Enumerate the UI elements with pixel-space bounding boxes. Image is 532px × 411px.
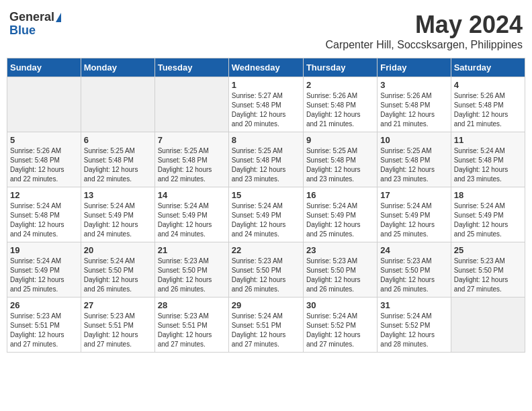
calendar-cell: 6Sunrise: 5:25 AM Sunset: 5:48 PM Daylig… [81, 132, 154, 187]
header-cell-friday: Friday [378, 58, 451, 77]
day-number: 1 [232, 80, 300, 90]
day-info: Sunrise: 5:24 AM Sunset: 5:52 PM Dayligh… [380, 312, 447, 349]
day-number: 20 [84, 245, 152, 255]
header-cell-sunday: Sunday [7, 58, 81, 77]
header-row: SundayMondayTuesdayWednesdayThursdayFrid… [7, 58, 525, 77]
calendar-cell: 7Sunrise: 5:25 AM Sunset: 5:48 PM Daylig… [154, 132, 228, 187]
calendar-cell: 1Sunrise: 5:27 AM Sunset: 5:48 PM Daylig… [228, 77, 303, 132]
day-info: Sunrise: 5:24 AM Sunset: 5:49 PM Dayligh… [232, 201, 300, 239]
day-info: Sunrise: 5:24 AM Sunset: 5:52 PM Dayligh… [306, 312, 374, 349]
calendar-cell: 22Sunrise: 5:23 AM Sunset: 5:50 PM Dayli… [228, 242, 303, 298]
calendar-week-5: 26Sunrise: 5:23 AM Sunset: 5:51 PM Dayli… [7, 298, 525, 353]
day-info: Sunrise: 5:24 AM Sunset: 5:48 PM Dayligh… [10, 201, 78, 239]
header-cell-thursday: Thursday [303, 58, 377, 77]
day-info: Sunrise: 5:24 AM Sunset: 5:49 PM Dayligh… [306, 201, 374, 239]
day-info: Sunrise: 5:24 AM Sunset: 5:48 PM Dayligh… [454, 146, 522, 184]
calendar-cell: 21Sunrise: 5:23 AM Sunset: 5:50 PM Dayli… [154, 242, 228, 298]
calendar-cell [154, 77, 228, 132]
header-cell-wednesday: Wednesday [228, 58, 303, 77]
day-number: 18 [454, 190, 522, 200]
day-info: Sunrise: 5:26 AM Sunset: 5:48 PM Dayligh… [306, 91, 374, 129]
day-number: 4 [454, 80, 522, 90]
day-number: 29 [232, 300, 300, 310]
month-title: May 2024 [326, 11, 523, 39]
calendar-cell: 4Sunrise: 5:26 AM Sunset: 5:48 PM Daylig… [451, 77, 525, 132]
day-info: Sunrise: 5:23 AM Sunset: 5:50 PM Dayligh… [306, 257, 374, 294]
day-number: 25 [454, 245, 522, 255]
logo-general-text: General [9, 11, 54, 24]
calendar-header: SundayMondayTuesdayWednesdayThursdayFrid… [7, 58, 525, 77]
day-number: 28 [158, 300, 226, 310]
day-info: Sunrise: 5:24 AM Sunset: 5:50 PM Dayligh… [84, 257, 152, 294]
day-number: 6 [84, 135, 152, 145]
day-info: Sunrise: 5:25 AM Sunset: 5:48 PM Dayligh… [380, 146, 447, 184]
title-section: May 2024 Carpenter Hill, Soccsksargen, P… [326, 11, 523, 51]
calendar-cell: 11Sunrise: 5:24 AM Sunset: 5:48 PM Dayli… [451, 132, 525, 187]
calendar-cell: 19Sunrise: 5:24 AM Sunset: 5:49 PM Dayli… [7, 242, 81, 298]
day-info: Sunrise: 5:24 AM Sunset: 5:49 PM Dayligh… [10, 257, 78, 294]
day-info: Sunrise: 5:26 AM Sunset: 5:48 PM Dayligh… [380, 91, 447, 129]
day-info: Sunrise: 5:26 AM Sunset: 5:48 PM Dayligh… [454, 91, 522, 129]
calendar-body: 1Sunrise: 5:27 AM Sunset: 5:48 PM Daylig… [7, 77, 525, 353]
day-number: 22 [232, 245, 300, 255]
day-number: 23 [306, 245, 374, 255]
calendar-cell: 13Sunrise: 5:24 AM Sunset: 5:49 PM Dayli… [81, 187, 154, 242]
day-info: Sunrise: 5:23 AM Sunset: 5:50 PM Dayligh… [232, 257, 300, 294]
day-info: Sunrise: 5:23 AM Sunset: 5:51 PM Dayligh… [158, 312, 226, 349]
header-cell-saturday: Saturday [451, 58, 525, 77]
logo-blue-text: Blue [9, 24, 36, 38]
calendar-cell [451, 298, 525, 353]
header-cell-monday: Monday [81, 58, 154, 77]
day-info: Sunrise: 5:24 AM Sunset: 5:49 PM Dayligh… [454, 201, 522, 239]
day-number: 13 [84, 190, 152, 200]
calendar-cell: 23Sunrise: 5:23 AM Sunset: 5:50 PM Dayli… [303, 242, 377, 298]
calendar-week-3: 12Sunrise: 5:24 AM Sunset: 5:48 PM Dayli… [7, 187, 525, 242]
day-number: 14 [158, 190, 226, 200]
day-info: Sunrise: 5:25 AM Sunset: 5:48 PM Dayligh… [232, 146, 300, 184]
day-info: Sunrise: 5:23 AM Sunset: 5:51 PM Dayligh… [10, 312, 78, 349]
calendar-cell: 20Sunrise: 5:24 AM Sunset: 5:50 PM Dayli… [81, 242, 154, 298]
page-header: General Blue May 2024 Carpenter Hill, So… [7, 7, 525, 55]
calendar-cell: 31Sunrise: 5:24 AM Sunset: 5:52 PM Dayli… [378, 298, 451, 353]
day-info: Sunrise: 5:27 AM Sunset: 5:48 PM Dayligh… [232, 91, 300, 129]
calendar-cell: 5Sunrise: 5:26 AM Sunset: 5:48 PM Daylig… [7, 132, 81, 187]
day-info: Sunrise: 5:24 AM Sunset: 5:51 PM Dayligh… [232, 312, 300, 349]
day-info: Sunrise: 5:24 AM Sunset: 5:49 PM Dayligh… [380, 201, 447, 239]
calendar-cell: 2Sunrise: 5:26 AM Sunset: 5:48 PM Daylig… [303, 77, 377, 132]
day-info: Sunrise: 5:23 AM Sunset: 5:50 PM Dayligh… [158, 257, 226, 294]
calendar-table: SundayMondayTuesdayWednesdayThursdayFrid… [7, 58, 525, 353]
calendar-cell: 26Sunrise: 5:23 AM Sunset: 5:51 PM Dayli… [7, 298, 81, 353]
calendar-cell: 17Sunrise: 5:24 AM Sunset: 5:49 PM Dayli… [378, 187, 451, 242]
day-number: 9 [306, 135, 374, 145]
calendar-cell: 14Sunrise: 5:24 AM Sunset: 5:49 PM Dayli… [154, 187, 228, 242]
day-number: 7 [158, 135, 226, 145]
day-info: Sunrise: 5:25 AM Sunset: 5:48 PM Dayligh… [158, 146, 226, 184]
day-number: 12 [10, 190, 78, 200]
calendar-cell: 18Sunrise: 5:24 AM Sunset: 5:49 PM Dayli… [451, 187, 525, 242]
day-info: Sunrise: 5:26 AM Sunset: 5:48 PM Dayligh… [10, 146, 78, 184]
calendar-cell: 24Sunrise: 5:23 AM Sunset: 5:50 PM Dayli… [378, 242, 451, 298]
calendar-cell: 16Sunrise: 5:24 AM Sunset: 5:49 PM Dayli… [303, 187, 377, 242]
calendar-week-4: 19Sunrise: 5:24 AM Sunset: 5:49 PM Dayli… [7, 242, 525, 298]
day-number: 19 [10, 245, 78, 255]
calendar-cell: 8Sunrise: 5:25 AM Sunset: 5:48 PM Daylig… [228, 132, 303, 187]
logo: General Blue [9, 11, 61, 38]
calendar-cell [81, 77, 154, 132]
day-number: 8 [232, 135, 300, 145]
day-info: Sunrise: 5:23 AM Sunset: 5:50 PM Dayligh… [454, 257, 522, 294]
day-number: 21 [158, 245, 226, 255]
day-number: 5 [10, 135, 78, 145]
day-info: Sunrise: 5:25 AM Sunset: 5:48 PM Dayligh… [84, 146, 152, 184]
day-number: 30 [306, 300, 374, 310]
day-number: 31 [380, 300, 447, 310]
day-number: 24 [380, 245, 447, 255]
calendar-cell: 3Sunrise: 5:26 AM Sunset: 5:48 PM Daylig… [378, 77, 451, 132]
day-number: 3 [380, 80, 447, 90]
calendar-cell [7, 77, 81, 132]
day-number: 10 [380, 135, 447, 145]
calendar-cell: 10Sunrise: 5:25 AM Sunset: 5:48 PM Dayli… [378, 132, 451, 187]
day-number: 11 [454, 135, 522, 145]
calendar-week-2: 5Sunrise: 5:26 AM Sunset: 5:48 PM Daylig… [7, 132, 525, 187]
day-info: Sunrise: 5:23 AM Sunset: 5:50 PM Dayligh… [380, 257, 447, 294]
calendar-cell: 30Sunrise: 5:24 AM Sunset: 5:52 PM Dayli… [303, 298, 377, 353]
